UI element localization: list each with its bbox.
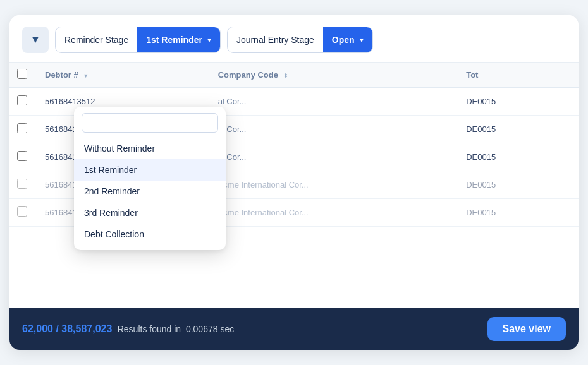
journal-entry-value: Open (332, 35, 355, 45)
header-checkbox-cell (9, 63, 35, 88)
row-code: DE0015 (456, 88, 579, 116)
footer: 62,000 / 38,587,023 Results found in 0.0… (9, 308, 579, 350)
results-label: Results found in 0.00678 sec (115, 324, 234, 334)
row-company: al Cor... (208, 143, 456, 171)
row-checkbox[interactable] (17, 206, 27, 217)
count-current: 62,000 (22, 323, 53, 334)
header-total: Tot (456, 63, 579, 88)
main-card: ▼ Reminder Stage 1st Reminder ▾ Journal … (9, 15, 579, 350)
reminder-stage-filter: Reminder Stage 1st Reminder ▾ (55, 27, 221, 53)
filter-icon: ▼ (30, 34, 40, 45)
chevron-down-icon: ▾ (207, 36, 211, 44)
table-container: Debtor # ▼ Company Code ⬍ Tot 5616841351… (9, 63, 579, 308)
row-checkbox-cell (9, 88, 35, 116)
chevron-down-icon-2: ▾ (360, 36, 364, 44)
dropdown-item[interactable]: Debt Collection (74, 224, 226, 245)
row-checkbox[interactable] (17, 179, 27, 189)
toolbar: ▼ Reminder Stage 1st Reminder ▾ Journal … (9, 15, 579, 63)
row-checkbox-cell (9, 116, 35, 143)
select-all-checkbox[interactable] (17, 69, 27, 79)
dropdown-item[interactable]: 1st Reminder (74, 159, 226, 181)
journal-entry-filter: Journal Entry Stage Open ▾ (227, 27, 373, 53)
reminder-stage-dropdown: Without Reminder1st Reminder2nd Reminder… (74, 107, 226, 250)
row-code: DE0015 (456, 116, 579, 143)
reminder-stage-value: 1st Reminder (146, 35, 202, 45)
table-header-row: Debtor # ▼ Company Code ⬍ Tot (9, 63, 579, 88)
dropdown-search-input[interactable] (82, 113, 218, 133)
row-checkbox[interactable] (17, 123, 27, 133)
row-company: Acme International Cor... (208, 199, 456, 227)
filter-button[interactable]: ▼ (22, 27, 49, 53)
header-debtor[interactable]: Debtor # ▼ (35, 63, 208, 88)
sort-icon-company: ⬍ (283, 73, 288, 79)
journal-entry-label: Journal Entry Stage (228, 27, 323, 52)
row-checkbox[interactable] (17, 95, 27, 105)
sort-icon-debtor: ▼ (83, 73, 89, 79)
row-checkbox-cell (9, 143, 35, 171)
row-code: DE0015 (456, 199, 579, 227)
row-company: al Cor... (208, 88, 456, 116)
row-company: al Cor... (208, 116, 456, 143)
reminder-stage-dropdown-button[interactable]: 1st Reminder ▾ (137, 27, 220, 52)
dropdown-item[interactable]: Without Reminder (74, 138, 226, 159)
row-code: DE0015 (456, 171, 579, 199)
results-info: 62,000 / 38,587,023 Results found in 0.0… (22, 323, 234, 335)
row-checkbox[interactable] (17, 151, 27, 161)
row-code: DE0015 (456, 143, 579, 171)
row-company: Acme International Cor... (208, 171, 456, 199)
header-company-code[interactable]: Company Code ⬍ (208, 63, 456, 88)
row-checkbox-cell (9, 199, 35, 227)
journal-entry-dropdown-button[interactable]: Open ▾ (323, 27, 372, 52)
save-view-button[interactable]: Save view (487, 317, 567, 341)
results-count: 62,000 / 38,587,023 (22, 323, 115, 334)
reminder-stage-label: Reminder Stage (56, 27, 137, 52)
count-total: 38,587,023 (61, 323, 112, 334)
dropdown-items-list: Without Reminder1st Reminder2nd Reminder… (74, 138, 226, 245)
dropdown-item[interactable]: 2nd Reminder (74, 181, 226, 202)
dropdown-item[interactable]: 3rd Reminder (74, 202, 226, 224)
row-checkbox-cell (9, 171, 35, 199)
